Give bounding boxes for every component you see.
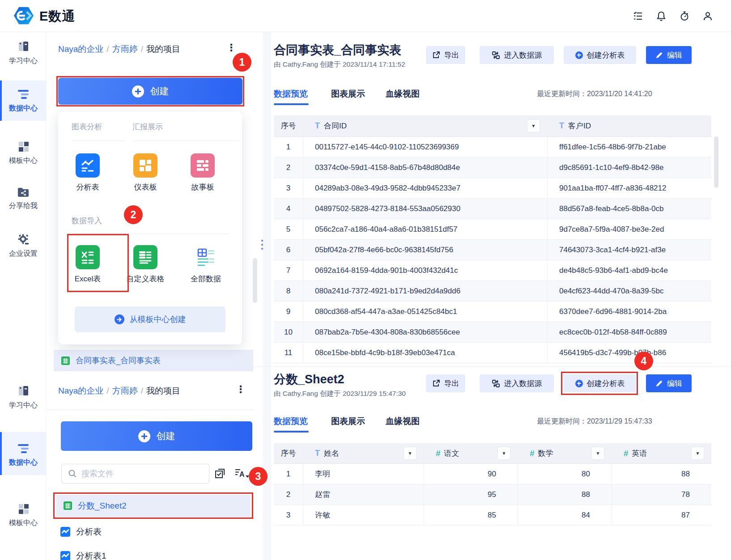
sidebar-item-data-center[interactable]: 数据中心 bbox=[0, 89, 47, 113]
column-dropdown-icon[interactable] bbox=[591, 447, 604, 460]
breadcrumb-enterprise-link[interactable]: Naya的企业 bbox=[58, 44, 103, 54]
create-analysis-button[interactable]: 创建分析表 bbox=[564, 46, 636, 64]
export-button-2[interactable]: 导出 bbox=[426, 374, 465, 392]
menu-item-dashboard[interactable]: 仪表板 bbox=[121, 153, 170, 192]
sort-by-name-icon[interactable]: A bbox=[234, 468, 250, 482]
task-list-icon[interactable] bbox=[633, 11, 643, 21]
logo-icon bbox=[13, 6, 34, 27]
active-tab-underline bbox=[274, 431, 309, 433]
sidebar-item-learning-center-2[interactable]: 学习中心 bbox=[0, 385, 47, 410]
breadcrumb-user-link[interactable]: 方雨婷 bbox=[112, 386, 138, 395]
export-button[interactable]: 导出 bbox=[426, 46, 465, 64]
edit-button-2[interactable]: 编辑 bbox=[646, 374, 692, 392]
excel-table-icon bbox=[63, 501, 72, 510]
file-item-score-sheet2[interactable]: 分数_Sheet2 bbox=[56, 495, 251, 517]
panel-scrollbar[interactable] bbox=[253, 258, 257, 303]
text-type-icon bbox=[559, 121, 568, 131]
dashboard-icon bbox=[133, 153, 157, 178]
column-header-chinese[interactable]: 语文 bbox=[424, 443, 518, 463]
menu-item-excel-table[interactable]: Excel表 bbox=[63, 245, 112, 284]
sidebar-item-shared-with-me[interactable]: 分享给我 bbox=[0, 187, 47, 211]
file-item-contract-fact-table[interactable]: 合同事实表_合同事实表 bbox=[54, 350, 253, 371]
tab-lineage-view-2[interactable]: 血缘视图 bbox=[386, 416, 420, 427]
table-header-row: 序号 合同ID 客户ID bbox=[274, 115, 711, 137]
column-header-english[interactable]: 英语 bbox=[612, 443, 711, 463]
section2-updated-time: 最近更新时间：2023/11/29 15:47:33 bbox=[537, 417, 652, 426]
search-input[interactable]: 搜索文件 bbox=[61, 464, 209, 484]
plus-icon bbox=[138, 430, 150, 442]
column-header-math[interactable]: 数学 bbox=[518, 443, 612, 463]
column-header-name[interactable]: 姓名 bbox=[303, 443, 424, 463]
sidebar-item-template-center-2[interactable]: 模板中心 bbox=[0, 503, 47, 528]
table-row: 10087bab2a-7b5e-4304-808a-830b68556ceeec… bbox=[274, 322, 711, 343]
search-placeholder: 搜索文件 bbox=[81, 468, 114, 479]
kebab-menu-icon[interactable] bbox=[226, 42, 236, 54]
enter-datasource-button-2[interactable]: 进入数据源 bbox=[480, 374, 554, 392]
text-type-icon bbox=[315, 449, 324, 458]
menu-item-all-data[interactable]: 全部数据 bbox=[181, 245, 230, 284]
category-report-display: 汇报展示 bbox=[132, 122, 163, 132]
file-item-analysis-sheet[interactable]: 分析表 bbox=[56, 522, 251, 541]
edit-button[interactable]: 编辑 bbox=[646, 46, 692, 64]
breadcrumb-user-link[interactable]: 方雨婷 bbox=[112, 44, 138, 54]
history-clock-icon[interactable] bbox=[679, 11, 690, 21]
tab-chart-display[interactable]: 图表展示 bbox=[331, 88, 365, 100]
column-dropdown-icon[interactable] bbox=[497, 447, 510, 460]
storyboard-icon bbox=[191, 153, 215, 178]
menu-item-custom-table[interactable]: 自定义表格 bbox=[121, 245, 170, 284]
template-grid-icon bbox=[0, 503, 47, 515]
create-button-2[interactable]: 创建 bbox=[61, 421, 252, 451]
divider bbox=[47, 410, 253, 410]
create-from-template-button[interactable]: 从模板中心创建 bbox=[75, 306, 225, 332]
plus-icon bbox=[132, 85, 144, 98]
kebab-menu-icon[interactable] bbox=[236, 384, 246, 395]
enter-datasource-button[interactable]: 进入数据源 bbox=[480, 46, 554, 64]
active-tab-underline bbox=[274, 103, 309, 105]
app-title: E数通 bbox=[39, 8, 75, 25]
all-data-icon bbox=[194, 245, 218, 269]
category-chart-analysis: 图表分析 bbox=[72, 122, 102, 132]
menu-item-storyboard[interactable]: 故事板 bbox=[178, 153, 227, 192]
table-row: 3 许敏 85 84 87 bbox=[274, 505, 711, 526]
main-scrollbar[interactable] bbox=[714, 136, 718, 188]
menu-item-analysis-sheet[interactable]: 分析表 bbox=[63, 153, 112, 192]
tab-data-preview-2[interactable]: 数据预览 bbox=[274, 416, 308, 427]
breadcrumb: Naya的企业/方雨婷/我的项目 bbox=[58, 385, 180, 397]
sidebar-item-learning-center[interactable]: 学习中心 bbox=[0, 40, 47, 66]
number-type-icon bbox=[624, 449, 632, 458]
column-dropdown-icon[interactable] bbox=[691, 447, 704, 460]
user-icon[interactable] bbox=[702, 11, 713, 21]
text-type-icon bbox=[315, 121, 324, 131]
annotation-badge-1: 1 bbox=[233, 53, 251, 72]
sidebar-item-data-center-2[interactable]: 数据中心 bbox=[0, 443, 47, 467]
learning-books-icon bbox=[0, 40, 47, 53]
multi-select-icon[interactable] bbox=[214, 467, 226, 481]
tab-chart-display-2[interactable]: 图表展示 bbox=[331, 416, 365, 427]
logo: E数通 bbox=[13, 6, 75, 27]
panel-drag-handle[interactable] bbox=[261, 240, 263, 252]
column-dropdown-icon[interactable] bbox=[527, 119, 540, 132]
create-analysis-button-2[interactable]: 创建分析表 bbox=[564, 374, 636, 392]
column-header-customer-id[interactable]: 客户ID bbox=[548, 115, 711, 136]
divider bbox=[72, 140, 124, 141]
number-type-icon bbox=[436, 449, 444, 458]
column-header-index: 序号 bbox=[274, 443, 303, 463]
plus-circle-icon bbox=[575, 380, 583, 387]
create-button[interactable]: 创建 bbox=[58, 78, 242, 105]
create-menu-dropdown: 图表分析 汇报展示 分析表 仪表板 故事板 数据导入 bbox=[58, 112, 242, 344]
sidebar-item-enterprise-settings[interactable]: 企业设置 bbox=[0, 233, 47, 259]
app-root: E数通 bbox=[0, 0, 731, 560]
tab-lineage-view[interactable]: 血缘视图 bbox=[386, 88, 420, 100]
section1-creator: 由 Cathy.Fang 创建于 2023/11/14 17:11:52 bbox=[274, 60, 405, 69]
tab-data-preview[interactable]: 数据预览 bbox=[274, 88, 308, 100]
sidebar-item-template-center[interactable]: 模板中心 bbox=[0, 140, 47, 165]
column-dropdown-icon[interactable] bbox=[404, 447, 416, 460]
section2-title: 分数_Sheet2 bbox=[274, 371, 344, 387]
score-table: 序号 姓名 语文 数学 英语 1 李明 90 80 88 2 赵雷 95 88 … bbox=[274, 443, 711, 526]
divider bbox=[132, 140, 238, 141]
notification-bell-icon[interactable] bbox=[656, 11, 667, 21]
column-header-contract-id[interactable]: 合同ID bbox=[303, 115, 548, 136]
breadcrumb-current: 我的项目 bbox=[146, 44, 180, 54]
breadcrumb-enterprise-link[interactable]: Naya的企业 bbox=[58, 386, 103, 395]
file-item-analysis-sheet-1[interactable]: 分析表1 bbox=[56, 547, 251, 560]
